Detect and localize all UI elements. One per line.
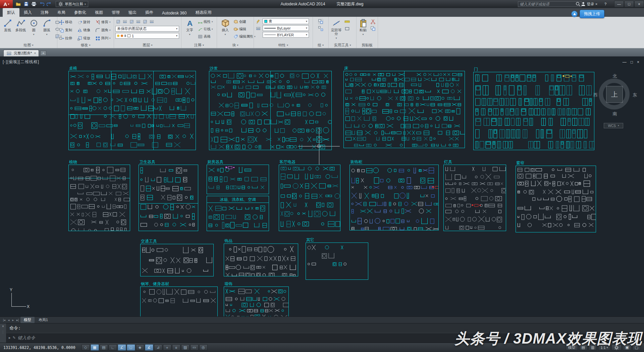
- move-tool-button[interactable]: 移动: [59, 18, 75, 26]
- next-tab-icon[interactable]: ▸: [11, 318, 15, 322]
- ribbon-tab-布局[interactable]: 布局: [53, 8, 70, 17]
- group-button[interactable]: [317, 18, 324, 25]
- stretch-tool-button[interactable]: 拉伸: [59, 34, 75, 42]
- lineweight-dropdown[interactable]: ByLayer ▾: [263, 25, 309, 31]
- panel-label-utilities[interactable]: 实用工具▾: [329, 42, 356, 48]
- restore-button[interactable]: □: [624, 1, 634, 7]
- close-tab-icon[interactable]: ×: [34, 51, 36, 55]
- toggle-ortho-mode[interactable]: ∟: [109, 344, 117, 351]
- layer-tool-icon-3[interactable]: [129, 18, 135, 25]
- search-input[interactable]: [518, 2, 575, 7]
- panel-label-groups[interactable]: 组▾: [313, 42, 328, 48]
- app-menu-button[interactable]: A ▾: [0, 0, 13, 8]
- match-properties-button[interactable]: [255, 18, 261, 25]
- layout-tab-布局1[interactable]: 布局1: [35, 317, 51, 323]
- ribbon-tab-插件[interactable]: 插件: [141, 8, 158, 17]
- panel-label-properties[interactable]: 特性▾: [254, 42, 313, 48]
- ribbon-tab-默认[interactable]: 默认: [3, 8, 19, 17]
- panel-label-clipboard[interactable]: 剪贴板: [357, 42, 378, 48]
- attr-tool-button[interactable]: 编辑属性▾: [233, 33, 256, 40]
- toggle-object-snap[interactable]: □: [127, 344, 135, 351]
- toggle-lineweight[interactable]: ≡: [172, 344, 180, 351]
- panel-label-modify[interactable]: 修改▾: [57, 42, 114, 48]
- viewcube-east[interactable]: 东: [633, 92, 637, 98]
- ribbon-tab-注释[interactable]: 注释: [36, 8, 53, 17]
- dim-tool-button[interactable]: 线性▾: [198, 18, 213, 25]
- ribbon-tab-精选应用[interactable]: 精选应用: [191, 8, 216, 17]
- mirror-tool-button[interactable]: 镜像: [77, 26, 94, 34]
- plot-button[interactable]: [30, 1, 38, 7]
- first-tab-icon[interactable]: |◂: [2, 318, 6, 322]
- ribbon-tab-管理[interactable]: 管理: [107, 8, 124, 17]
- copy-clip-button[interactable]: [370, 26, 376, 32]
- createblock-tool-button[interactable]: 创建: [233, 18, 256, 25]
- file-tab-active[interactable]: 完整2图库* ×: [3, 50, 39, 56]
- ribbon-tab-插入[interactable]: 插入: [19, 8, 36, 17]
- ribbon-tab-Autodesk 360[interactable]: Autodesk 360: [158, 9, 191, 17]
- panel-label-draw[interactable]: 绘图▾: [0, 42, 57, 48]
- toggle-transparency[interactable]: ▨: [181, 344, 190, 351]
- undo-button[interactable]: [38, 1, 45, 7]
- help-icon[interactable]: ?: [602, 1, 609, 7]
- view-cube[interactable]: 北 上 西 东 南: [595, 73, 635, 118]
- toggle-polar-tracking[interactable]: ∠: [118, 344, 126, 351]
- editblock-tool-button[interactable]: 编辑: [233, 26, 256, 32]
- divide-button[interactable]: 定距等分 ▾: [330, 18, 342, 42]
- viewcube-south[interactable]: 南: [595, 111, 635, 117]
- cut-button[interactable]: [370, 18, 376, 25]
- sign-in-button[interactable]: 登录: [584, 1, 591, 7]
- viewcube-top-face[interactable]: 上: [606, 86, 623, 103]
- viewport-controls-label[interactable]: [-][俯视][二维线框]: [3, 59, 39, 65]
- upload-icon[interactable]: [571, 11, 578, 17]
- open-button[interactable]: [15, 1, 22, 7]
- panel-label-layers[interactable]: 图层▾: [114, 42, 181, 48]
- line-tool-button[interactable]: 直线: [1, 18, 14, 42]
- ribbon-tab-输出[interactable]: 输出: [124, 8, 141, 17]
- text-tool-button[interactable]: A文字▾: [183, 18, 197, 42]
- array-tool-button[interactable]: 阵列▾: [95, 34, 112, 42]
- wcs-dropdown[interactable]: WCS ▾: [604, 123, 623, 128]
- fillet-tool-button[interactable]: 圆角▾: [95, 26, 112, 34]
- table-tool-button[interactable]: 表格: [198, 33, 213, 40]
- workspace-switcher[interactable]: 草图与注释 ▾: [56, 1, 88, 7]
- minimize-button[interactable]: —: [614, 1, 624, 7]
- scale-tool-button[interactable]: 缩放: [77, 34, 94, 42]
- ribbon-tab-参数化[interactable]: 参数化: [70, 8, 91, 17]
- last-tab-icon[interactable]: ▸|: [15, 318, 20, 322]
- layer-state-dropdown[interactable]: 未保存的图层状态 ▾: [115, 26, 179, 32]
- exchange-apps-icon[interactable]: ×: [593, 1, 600, 7]
- layer-tool-icon-2[interactable]: [122, 18, 128, 25]
- circle-tool-button[interactable]: 圆▾: [28, 18, 40, 42]
- restore-drawing-icon[interactable]: □: [631, 60, 633, 64]
- properties-dialog-button[interactable]: [255, 26, 261, 32]
- help-search-box[interactable]: [518, 1, 582, 7]
- toggle-selection-cycling[interactable]: ◎: [199, 344, 208, 351]
- command-window-grip[interactable]: × ⋮: [0, 323, 6, 343]
- rotate-tool-button[interactable]: 旋转: [77, 18, 94, 26]
- close-button[interactable]: ×: [634, 1, 644, 7]
- close-command-icon[interactable]: ×: [2, 324, 4, 328]
- layer-tool-icon-1[interactable]: [115, 18, 121, 25]
- toggle-3d-object-snap[interactable]: ◈: [136, 344, 144, 351]
- toggle-dynamic-ucs[interactable]: ⊿: [154, 344, 162, 351]
- layout-tab-模型[interactable]: 模型: [20, 317, 35, 323]
- layer-tool-icon-4[interactable]: [136, 18, 141, 25]
- save-button[interactable]: [22, 1, 30, 7]
- layer-tool-icon-5[interactable]: [142, 18, 148, 25]
- new-tab-button[interactable]: +: [40, 50, 46, 56]
- panel-label-block[interactable]: 块▾: [217, 42, 254, 48]
- leader-tool-button[interactable]: 引线▾: [198, 26, 213, 32]
- layer-tool-icon-6[interactable]: [149, 18, 155, 25]
- drag-upload-button[interactable]: 拖拽上传: [580, 10, 604, 18]
- close-drawing-icon[interactable]: ×: [637, 60, 639, 64]
- redo-button[interactable]: [46, 1, 53, 7]
- quick-select-button[interactable]: [344, 26, 351, 32]
- linetype-dropdown[interactable]: BYLAYER ▾: [263, 32, 309, 38]
- toggle-quick-properties[interactable]: ▭: [190, 344, 199, 351]
- toggle-grid-display[interactable]: ▤: [100, 344, 108, 351]
- minimize-drawing-icon[interactable]: —: [623, 60, 627, 64]
- copy-tool-button[interactable]: 复制: [59, 26, 75, 34]
- trim-tool-button[interactable]: 修剪▾: [95, 18, 112, 26]
- paste-button[interactable]: 粘贴 ▾: [358, 18, 368, 42]
- drawing-viewport[interactable]: [-][俯视][二维线框] — □ × 北 上 西 东 南 WCS ▾ Y X: [0, 56, 644, 316]
